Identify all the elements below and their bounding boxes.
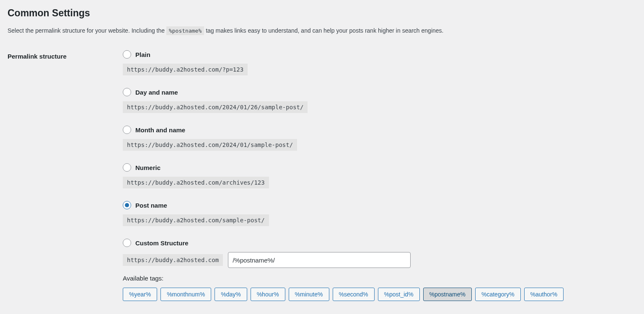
radio-day-name[interactable] — [123, 88, 131, 96]
tag-button[interactable]: %minute% — [289, 288, 329, 301]
option-example-url: https://buddy.a2hosted.com/archives/123 — [123, 177, 269, 188]
radio-custom[interactable] — [123, 239, 131, 247]
desc-text-pre: Select the permalink structure for your … — [8, 27, 166, 34]
option-example-url: https://buddy.a2hosted.com/2024/01/26/sa… — [123, 101, 308, 113]
option-label[interactable]: Month and name — [135, 126, 185, 134]
tag-button[interactable]: %category% — [475, 288, 521, 301]
section-heading: Common Settings — [8, 8, 636, 19]
custom-base-url: https://buddy.a2hosted.com — [123, 254, 223, 266]
available-tags-label: Available tags: — [123, 275, 636, 282]
available-tags: %year%%monthnum%%day%%hour%%minute%%seco… — [123, 288, 636, 301]
option-example-url: https://buddy.a2hosted.com/2024/01/sampl… — [123, 139, 297, 151]
tag-button[interactable]: %monthnum% — [160, 288, 211, 301]
custom-structure-input[interactable] — [228, 252, 411, 268]
permalink-option-plain: Plainhttps://buddy.a2hosted.com/?p=123 — [123, 50, 636, 75]
radio-plain[interactable] — [123, 50, 131, 59]
radio-numeric[interactable] — [123, 163, 131, 172]
option-label[interactable]: Custom Structure — [135, 239, 189, 247]
tag-button[interactable]: %day% — [215, 288, 247, 301]
permalink-option-day-name: Day and namehttps://buddy.a2hosted.com/2… — [123, 88, 636, 113]
option-label[interactable]: Post name — [135, 202, 167, 209]
permalink-option-numeric: Numerichttps://buddy.a2hosted.com/archiv… — [123, 163, 636, 188]
tag-button[interactable]: %postname% — [423, 288, 472, 301]
tag-button[interactable]: %hour% — [251, 288, 285, 301]
tag-button[interactable]: %author% — [524, 288, 564, 301]
option-label[interactable]: Plain — [135, 51, 150, 58]
permalink-option-month-name: Month and namehttps://buddy.a2hosted.com… — [123, 126, 636, 151]
desc-text-post: tag makes links easy to understand, and … — [204, 27, 443, 34]
tag-button[interactable]: %year% — [123, 288, 157, 301]
permalink-option-custom: Custom Structurehttps://buddy.a2hosted.c… — [123, 239, 636, 301]
section-description: Select the permalink structure for your … — [8, 26, 636, 35]
permalink-structure-label: Permalink structure — [8, 50, 123, 60]
desc-code-tag: %postname% — [166, 26, 204, 35]
option-example-url: https://buddy.a2hosted.com/sample-post/ — [123, 214, 269, 226]
option-label[interactable]: Numeric — [135, 164, 160, 171]
tag-button[interactable]: %post_id% — [378, 288, 420, 301]
permalink-options: Plainhttps://buddy.a2hosted.com/?p=123Da… — [123, 50, 636, 314]
radio-month-name[interactable] — [123, 126, 131, 134]
permalink-option-post-name: Post namehttps://buddy.a2hosted.com/samp… — [123, 201, 636, 226]
option-label[interactable]: Day and name — [135, 89, 178, 96]
tag-button[interactable]: %second% — [333, 288, 375, 301]
option-example-url: https://buddy.a2hosted.com/?p=123 — [123, 64, 248, 75]
radio-post-name[interactable] — [123, 201, 131, 209]
